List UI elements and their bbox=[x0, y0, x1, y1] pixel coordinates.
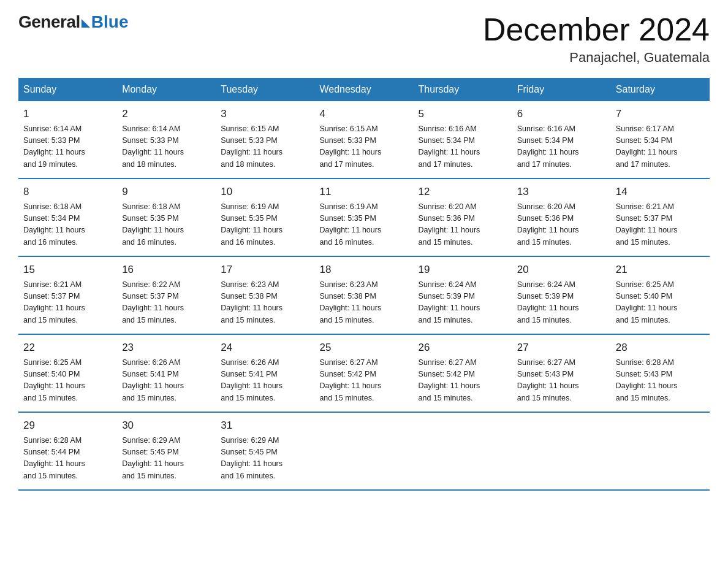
calendar-cell: 16Sunrise: 6:22 AMSunset: 5:37 PMDayligh… bbox=[117, 256, 216, 334]
calendar-cell bbox=[512, 412, 611, 490]
day-number: 17 bbox=[221, 262, 309, 278]
day-info: Sunrise: 6:15 AMSunset: 5:33 PMDaylight:… bbox=[221, 123, 309, 171]
day-info: Sunrise: 6:24 AMSunset: 5:39 PMDaylight:… bbox=[517, 279, 606, 327]
day-number: 25 bbox=[319, 340, 408, 356]
calendar-cell: 15Sunrise: 6:21 AMSunset: 5:37 PMDayligh… bbox=[18, 256, 117, 334]
day-info: Sunrise: 6:20 AMSunset: 5:36 PMDaylight:… bbox=[419, 201, 507, 249]
calendar-week-row: 1Sunrise: 6:14 AMSunset: 5:33 PMDaylight… bbox=[18, 101, 710, 178]
day-info: Sunrise: 6:21 AMSunset: 5:37 PMDaylight:… bbox=[616, 201, 705, 249]
title-section: December 2024 Panajachel, Guatemala bbox=[483, 12, 710, 66]
day-number: 27 bbox=[517, 340, 606, 356]
calendar-cell: 2Sunrise: 6:14 AMSunset: 5:33 PMDaylight… bbox=[117, 101, 216, 178]
calendar-cell: 14Sunrise: 6:21 AMSunset: 5:37 PMDayligh… bbox=[611, 178, 710, 256]
day-info: Sunrise: 6:18 AMSunset: 5:35 PMDaylight:… bbox=[122, 201, 211, 249]
day-number: 23 bbox=[122, 340, 211, 356]
day-number: 24 bbox=[221, 340, 309, 356]
calendar-cell: 23Sunrise: 6:26 AMSunset: 5:41 PMDayligh… bbox=[117, 334, 216, 412]
day-info: Sunrise: 6:27 AMSunset: 5:43 PMDaylight:… bbox=[517, 357, 606, 405]
day-number: 11 bbox=[319, 184, 408, 200]
day-number: 5 bbox=[419, 106, 507, 122]
logo-general-text: General bbox=[18, 12, 80, 32]
day-number: 16 bbox=[122, 262, 211, 278]
header-thursday: Thursday bbox=[414, 78, 512, 101]
calendar-week-row: 22Sunrise: 6:25 AMSunset: 5:40 PMDayligh… bbox=[18, 334, 710, 412]
calendar-cell: 17Sunrise: 6:23 AMSunset: 5:38 PMDayligh… bbox=[216, 256, 314, 334]
day-info: Sunrise: 6:21 AMSunset: 5:37 PMDaylight:… bbox=[23, 279, 112, 327]
calendar-cell: 12Sunrise: 6:20 AMSunset: 5:36 PMDayligh… bbox=[414, 178, 512, 256]
day-number: 20 bbox=[517, 262, 606, 278]
day-info: Sunrise: 6:19 AMSunset: 5:35 PMDaylight:… bbox=[319, 201, 408, 249]
calendar-cell: 20Sunrise: 6:24 AMSunset: 5:39 PMDayligh… bbox=[512, 256, 611, 334]
day-info: Sunrise: 6:27 AMSunset: 5:42 PMDaylight:… bbox=[319, 357, 408, 405]
header-saturday: Saturday bbox=[611, 78, 710, 101]
month-title: December 2024 bbox=[483, 12, 710, 47]
calendar-week-row: 29Sunrise: 6:28 AMSunset: 5:44 PMDayligh… bbox=[18, 412, 710, 490]
calendar-cell: 28Sunrise: 6:28 AMSunset: 5:43 PMDayligh… bbox=[611, 334, 710, 412]
day-info: Sunrise: 6:15 AMSunset: 5:33 PMDaylight:… bbox=[319, 123, 408, 171]
day-number: 1 bbox=[23, 106, 112, 122]
calendar-cell: 18Sunrise: 6:23 AMSunset: 5:38 PMDayligh… bbox=[314, 256, 413, 334]
day-info: Sunrise: 6:17 AMSunset: 5:34 PMDaylight:… bbox=[616, 123, 705, 171]
day-number: 19 bbox=[419, 262, 507, 278]
day-number: 7 bbox=[616, 106, 705, 122]
calendar-cell: 25Sunrise: 6:27 AMSunset: 5:42 PMDayligh… bbox=[314, 334, 413, 412]
calendar-cell: 1Sunrise: 6:14 AMSunset: 5:33 PMDaylight… bbox=[18, 101, 117, 178]
calendar-table: SundayMondayTuesdayWednesdayThursdayFrid… bbox=[18, 78, 710, 491]
header-tuesday: Tuesday bbox=[216, 78, 314, 101]
calendar-cell: 22Sunrise: 6:25 AMSunset: 5:40 PMDayligh… bbox=[18, 334, 117, 412]
calendar-cell bbox=[414, 412, 512, 490]
calendar-cell: 13Sunrise: 6:20 AMSunset: 5:36 PMDayligh… bbox=[512, 178, 611, 256]
calendar-cell: 31Sunrise: 6:29 AMSunset: 5:45 PMDayligh… bbox=[216, 412, 314, 490]
day-number: 29 bbox=[23, 418, 112, 434]
page-header: General Blue December 2024 Panajachel, G… bbox=[18, 12, 710, 66]
calendar-cell: 10Sunrise: 6:19 AMSunset: 5:35 PMDayligh… bbox=[216, 178, 314, 256]
day-info: Sunrise: 6:25 AMSunset: 5:40 PMDaylight:… bbox=[616, 279, 705, 327]
day-number: 10 bbox=[221, 184, 309, 200]
calendar-cell: 26Sunrise: 6:27 AMSunset: 5:42 PMDayligh… bbox=[414, 334, 512, 412]
calendar-cell: 11Sunrise: 6:19 AMSunset: 5:35 PMDayligh… bbox=[314, 178, 413, 256]
day-info: Sunrise: 6:23 AMSunset: 5:38 PMDaylight:… bbox=[319, 279, 408, 327]
logo-blue-text: Blue bbox=[91, 12, 129, 32]
calendar-cell: 24Sunrise: 6:26 AMSunset: 5:41 PMDayligh… bbox=[216, 334, 314, 412]
calendar-cell: 9Sunrise: 6:18 AMSunset: 5:35 PMDaylight… bbox=[117, 178, 216, 256]
calendar-cell bbox=[314, 412, 413, 490]
day-info: Sunrise: 6:29 AMSunset: 5:45 PMDaylight:… bbox=[122, 435, 211, 483]
day-number: 21 bbox=[616, 262, 705, 278]
header-monday: Monday bbox=[117, 78, 216, 101]
calendar-cell: 7Sunrise: 6:17 AMSunset: 5:34 PMDaylight… bbox=[611, 101, 710, 178]
day-number: 12 bbox=[419, 184, 507, 200]
calendar-cell: 5Sunrise: 6:16 AMSunset: 5:34 PMDaylight… bbox=[414, 101, 512, 178]
calendar-week-row: 15Sunrise: 6:21 AMSunset: 5:37 PMDayligh… bbox=[18, 256, 710, 334]
day-info: Sunrise: 6:14 AMSunset: 5:33 PMDaylight:… bbox=[122, 123, 211, 171]
calendar-cell: 8Sunrise: 6:18 AMSunset: 5:34 PMDaylight… bbox=[18, 178, 117, 256]
day-number: 30 bbox=[122, 418, 211, 434]
calendar-cell bbox=[611, 412, 710, 490]
day-number: 4 bbox=[319, 106, 408, 122]
day-number: 6 bbox=[517, 106, 606, 122]
day-number: 15 bbox=[23, 262, 112, 278]
day-info: Sunrise: 6:24 AMSunset: 5:39 PMDaylight:… bbox=[419, 279, 507, 327]
header-friday: Friday bbox=[512, 78, 611, 101]
header-wednesday: Wednesday bbox=[314, 78, 413, 101]
day-info: Sunrise: 6:28 AMSunset: 5:44 PMDaylight:… bbox=[23, 435, 112, 483]
day-info: Sunrise: 6:26 AMSunset: 5:41 PMDaylight:… bbox=[221, 357, 309, 405]
day-info: Sunrise: 6:26 AMSunset: 5:41 PMDaylight:… bbox=[122, 357, 211, 405]
calendar-header-row: SundayMondayTuesdayWednesdayThursdayFrid… bbox=[18, 78, 710, 101]
logo: General Blue bbox=[18, 12, 128, 32]
day-number: 26 bbox=[419, 340, 507, 356]
day-info: Sunrise: 6:28 AMSunset: 5:43 PMDaylight:… bbox=[616, 357, 705, 405]
day-number: 28 bbox=[616, 340, 705, 356]
day-info: Sunrise: 6:16 AMSunset: 5:34 PMDaylight:… bbox=[517, 123, 606, 171]
logo-triangle-icon bbox=[82, 19, 90, 28]
day-number: 8 bbox=[23, 184, 112, 200]
calendar-cell: 3Sunrise: 6:15 AMSunset: 5:33 PMDaylight… bbox=[216, 101, 314, 178]
day-info: Sunrise: 6:22 AMSunset: 5:37 PMDaylight:… bbox=[122, 279, 211, 327]
calendar-cell: 27Sunrise: 6:27 AMSunset: 5:43 PMDayligh… bbox=[512, 334, 611, 412]
day-number: 18 bbox=[319, 262, 408, 278]
calendar-cell: 29Sunrise: 6:28 AMSunset: 5:44 PMDayligh… bbox=[18, 412, 117, 490]
day-number: 2 bbox=[122, 106, 211, 122]
calendar-cell: 6Sunrise: 6:16 AMSunset: 5:34 PMDaylight… bbox=[512, 101, 611, 178]
location-title: Panajachel, Guatemala bbox=[483, 50, 710, 66]
day-info: Sunrise: 6:27 AMSunset: 5:42 PMDaylight:… bbox=[419, 357, 507, 405]
day-info: Sunrise: 6:19 AMSunset: 5:35 PMDaylight:… bbox=[221, 201, 309, 249]
